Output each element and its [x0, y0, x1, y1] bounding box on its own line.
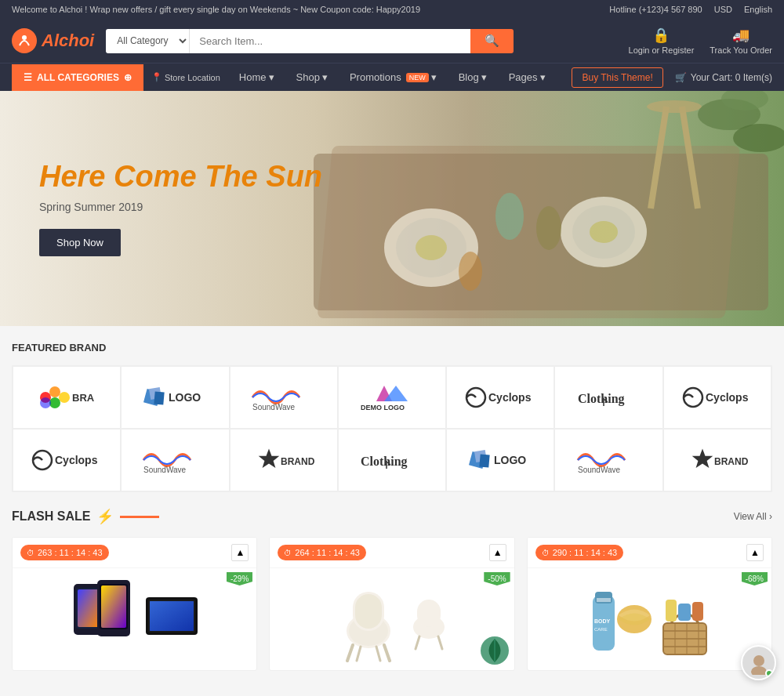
svg-marker-41	[258, 449, 279, 469]
logo[interactable]: Alchoi	[12, 28, 94, 53]
brand-logo-2: LOGO	[469, 447, 532, 474]
nav-home[interactable]: Home ▾	[228, 63, 285, 91]
countdown-3-time: 290 : 11 : 14 : 43	[553, 548, 618, 557]
svg-point-21	[40, 397, 51, 408]
svg-line-66	[347, 645, 353, 661]
nav-pages[interactable]: Pages ▾	[498, 63, 557, 91]
phones-illustration	[70, 576, 140, 662]
nav-promotions[interactable]: Promotions NEW ▾	[339, 63, 448, 91]
scroll-up-2[interactable]: ▲	[489, 544, 506, 561]
track-action[interactable]: 🚚 Track You Order	[710, 27, 772, 55]
brand-item[interactable]: Cyclops	[663, 366, 771, 429]
product-1-images: -29%	[13, 568, 256, 670]
hero-title: Here Come The Sun	[39, 161, 322, 194]
logo-icon	[12, 28, 37, 53]
brand-item[interactable]: LOGO	[121, 366, 229, 429]
brand-clothing-1: Clothing	[574, 384, 644, 411]
view-all-link[interactable]: View All	[734, 511, 772, 522]
brand-item[interactable]: Clothing	[338, 429, 446, 491]
nav-menu: Home ▾ Shop ▾ Promotions NEW ▾ Blog ▾ Pa…	[228, 63, 557, 91]
flash-line-decoration	[120, 516, 159, 518]
svg-text:SoundWave: SoundWave	[252, 403, 296, 411]
brand-item[interactable]: Cyclops	[13, 429, 121, 491]
menu-icon: ☰	[24, 72, 32, 83]
svg-text:SoundWave: SoundWave	[578, 466, 621, 474]
brand-item[interactable]: BRAND	[13, 366, 121, 429]
svg-text:BRAND: BRAND	[714, 456, 749, 467]
header: Alchoi All Category 🔍 🔒 Login or Registe…	[0, 19, 784, 63]
svg-point-18	[49, 386, 60, 397]
svg-text:Clothing: Clothing	[578, 392, 625, 406]
product-1-header: ⏱ 263 : 11 : 14 : 43 ▲	[13, 538, 256, 568]
svg-point-94	[751, 666, 767, 675]
svg-text:Cyclops: Cyclops	[55, 454, 98, 466]
brand-item[interactable]: BRAND	[230, 429, 338, 491]
flash-sale-section: FLASH SALE ⚡ View All ⏱ 263 : 11 : 14 : …	[12, 508, 772, 671]
brand-item[interactable]: Clothing	[554, 366, 662, 429]
brand-soundwave: SoundWave	[249, 382, 319, 413]
nav-shop[interactable]: Shop ▾	[285, 63, 339, 91]
svg-text:BODY: BODY	[594, 618, 611, 624]
timer-icon-2: ⏱	[284, 549, 292, 557]
logo-text: Alchoi	[42, 31, 94, 51]
all-categories-btn[interactable]: ☰ ALL CATEGORIES ⊕	[12, 64, 143, 91]
featured-brands-title: FEATURED BRAND	[12, 342, 772, 353]
brand-cyclops-2: Cyclops	[682, 384, 753, 411]
svg-point-20	[49, 397, 60, 408]
svg-text:Cyclops: Cyclops	[488, 391, 532, 404]
all-categories-label: ALL CATEGORIES	[37, 72, 119, 83]
nav-bar: ☰ ALL CATEGORIES ⊕ 📍 Store Location Home…	[0, 63, 784, 91]
main-content: FEATURED BRAND BRAND LOGO	[0, 326, 784, 687]
countdown-2-time: 264 : 11 : 14 : 43	[295, 548, 360, 557]
search-button[interactable]: 🔍	[470, 29, 514, 53]
brand-item[interactable]: LOGO	[446, 429, 554, 491]
svg-point-13	[647, 100, 702, 113]
svg-rect-71	[417, 600, 441, 627]
featured-brands-section: FEATURED BRAND BRAND LOGO	[12, 342, 772, 492]
brand-item[interactable]: SoundWave	[230, 366, 338, 429]
brand-item[interactable]: BRAND	[663, 429, 771, 491]
flash-product-3: ⏱ 290 : 11 : 14 : 43 ▲ -68% BODY CARE	[527, 537, 772, 671]
svg-point-9	[590, 221, 618, 243]
hotline: Hotline (+123)4 567 890	[609, 5, 702, 14]
svg-point-11	[536, 206, 561, 250]
brands-grid: BRAND LOGO SoundWave	[12, 365, 772, 492]
buy-theme-button[interactable]: Buy This Theme!	[572, 67, 662, 88]
svg-rect-48	[480, 454, 490, 467]
search-input[interactable]	[190, 29, 470, 53]
scroll-up-1[interactable]: ▲	[231, 544, 249, 561]
nav-blog[interactable]: Blog ▾	[448, 63, 498, 91]
store-location[interactable]: 📍 Store Location	[143, 72, 228, 82]
tablet-illustration	[144, 596, 199, 643]
svg-point-1	[22, 35, 27, 40]
login-action[interactable]: 🔒 Login or Register	[629, 27, 695, 55]
brand-item[interactable]: DEMO LOGO	[338, 366, 446, 429]
hero-banner: Here Come The Sun Spring Summer 2019 Sho…	[0, 91, 784, 326]
flash-product-2: ⏱ 264 : 11 : 14 : 43 ▲ -50%	[269, 537, 514, 671]
scroll-up-3[interactable]: ▲	[746, 544, 764, 561]
svg-text:CARE: CARE	[594, 627, 608, 632]
chat-bubble[interactable]	[741, 645, 776, 680]
product-3-images: -68% BODY CARE	[528, 568, 771, 670]
flash-products-grid: ⏱ 263 : 11 : 14 : 43 ▲ -29%	[12, 537, 772, 671]
cart-info[interactable]: 🛒 Your Cart: 0 Item(s)	[675, 72, 772, 83]
svg-text:LOGO: LOGO	[169, 391, 201, 404]
svg-text:BRAND: BRAND	[72, 392, 94, 404]
brand-star-2: BRAND	[686, 444, 749, 476]
language-selector[interactable]: English	[744, 5, 772, 14]
nav-right: Buy This Theme! 🛒 Your Cart: 0 Item(s)	[572, 67, 772, 88]
svg-rect-25	[154, 391, 165, 404]
svg-text:BRAND: BRAND	[281, 456, 315, 467]
store-location-label: Store Location	[165, 73, 220, 82]
svg-point-93	[753, 655, 764, 666]
brand-item[interactable]: Cyclops	[446, 366, 554, 429]
shop-now-button[interactable]: Shop Now	[39, 229, 121, 256]
flash-product-1: ⏱ 263 : 11 : 14 : 43 ▲ -29%	[12, 537, 257, 671]
brand-item[interactable]: SoundWave	[121, 429, 229, 491]
brand-item[interactable]: SoundWave	[554, 429, 662, 491]
category-select[interactable]: All Category	[106, 29, 190, 53]
svg-point-19	[59, 392, 70, 403]
lock-icon: 🔒	[652, 27, 670, 44]
currency-selector[interactable]: USD	[714, 5, 732, 14]
svg-line-67	[384, 645, 390, 661]
